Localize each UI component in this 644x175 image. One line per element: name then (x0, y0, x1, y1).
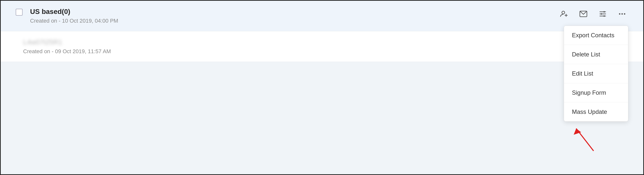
more-options-button[interactable] (616, 8, 628, 20)
svg-point-12 (624, 13, 625, 15)
dropdown-item-export[interactable]: Export Contacts (564, 26, 628, 45)
svg-point-9 (604, 16, 605, 17)
content-area: US based(0) Created on - 10 Oct 2019, 04… (1, 1, 643, 174)
row-info-2: L4w07t25R1 Created on - 09 Oct 2019, 11:… (23, 38, 628, 55)
dropdown-item-edit[interactable]: Edit List (564, 64, 628, 83)
add-contact-icon (560, 10, 568, 18)
email-icon (579, 10, 588, 18)
row-title-blurred-2: L4w07t25R1 (23, 38, 628, 46)
svg-point-10 (619, 13, 620, 15)
row-subtitle-1: Created on - 10 Oct 2019, 04:00 PM (30, 18, 628, 24)
svg-point-5 (604, 11, 605, 13)
list-row-2: L4w07t25R1 Created on - 09 Oct 2019, 11:… (1, 31, 643, 62)
app-frame: US based(0) Created on - 10 Oct 2019, 04… (0, 0, 644, 175)
more-options-icon (618, 10, 626, 18)
filter-button[interactable] (596, 8, 609, 20)
row-checkbox-1[interactable] (16, 9, 22, 16)
svg-marker-14 (574, 128, 581, 135)
checkbox-wrapper-1 (16, 9, 22, 17)
email-button[interactable] (577, 8, 590, 20)
row-subtitle-2: Created on - 09 Oct 2019, 11:57 AM (23, 48, 628, 55)
dropdown-item-delete[interactable]: Delete List (564, 45, 628, 64)
svg-line-13 (576, 128, 594, 151)
dropdown-item-mass-update[interactable]: Mass Update (564, 102, 628, 121)
filter-icon (598, 10, 607, 18)
row-info-1: US based(0) Created on - 10 Oct 2019, 04… (30, 8, 628, 24)
row-title-1: US based(0) (30, 8, 628, 16)
svg-point-0 (562, 11, 565, 14)
add-contact-button[interactable] (558, 8, 570, 20)
action-icons (558, 8, 628, 20)
arrow-annotation (569, 124, 598, 154)
dropdown-menu: Export Contacts Delete List Edit List Si… (564, 26, 628, 122)
dropdown-item-signup[interactable]: Signup Form (564, 83, 628, 102)
list-row-1: US based(0) Created on - 10 Oct 2019, 04… (1, 1, 643, 31)
svg-point-7 (601, 13, 602, 15)
svg-point-11 (622, 13, 623, 15)
